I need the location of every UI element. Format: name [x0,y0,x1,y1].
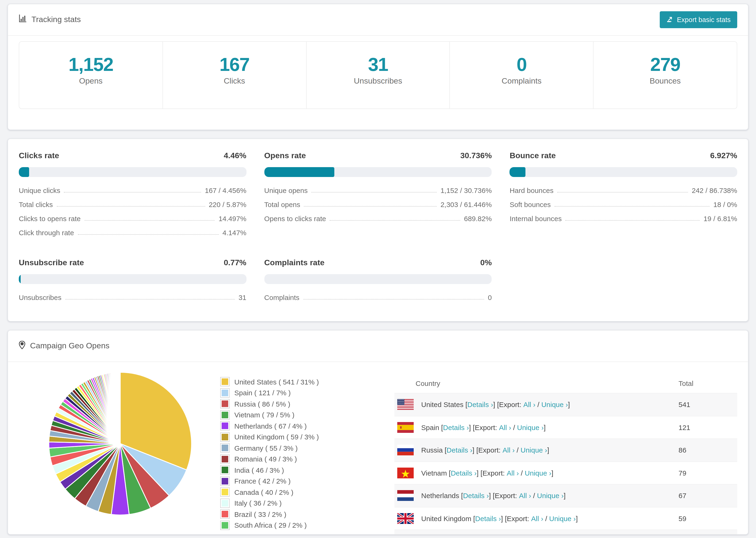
export-all-link[interactable]: All › [507,469,519,477]
details-link[interactable]: Details › [443,423,469,431]
legend-item-south-africa[interactable]: South Africa ( 29 / 2% ) [221,521,383,529]
details-link[interactable]: Details › [467,401,493,409]
details-link[interactable]: Details › [475,514,501,522]
geo-legend: United States ( 541 / 31% ) Spain ( 121 … [221,377,383,535]
legend-swatch [221,444,229,452]
country-name: United Kingdom [421,514,471,522]
legend-label: United Kingdom ( 59 / 3% ) [234,433,319,441]
country-total: 79 [678,469,737,477]
rate-detail-row: Complaints 0 [264,294,492,301]
tracking-stats-header: Tracking stats Export basic stats [8,4,748,36]
dotted-leader [311,192,437,192]
stat-value: 279 [594,54,737,75]
stat-value: 0 [450,54,593,75]
country-name: Russia [421,446,443,454]
export-all-link[interactable]: All › [523,401,536,409]
pie-slice[interactable] [120,372,120,444]
legend-item-united-kingdom[interactable]: United Kingdom ( 59 / 3% ) [221,433,383,441]
country-total: 67 [678,492,737,500]
export-icon [666,16,673,24]
rate-detail-value: 2,303 / 61.446% [441,200,492,208]
rate-progress-track [264,274,492,284]
stat-value: 167 [163,54,306,75]
tracking-stats-title-wrap: Tracking stats [19,15,81,25]
stat-value: 31 [306,54,450,75]
tracking-stats-card: Tracking stats Export basic stats 1,152 … [8,4,748,130]
geo-opens-header: Campaign Geo Opens [8,331,748,362]
export-unique-link[interactable]: Unique › [525,469,551,477]
geo-table-row-germany: Germany [ Details › ] [Export: All › / U… [395,529,737,535]
legend-label: Vietnam ( 79 / 5% ) [234,411,295,419]
rate-detail-label: Unique opens [264,187,307,194]
export-all-link[interactable]: All › [531,514,543,522]
legend-label: Netherlands ( 67 / 4% ) [234,422,307,430]
country-flag-icon [397,467,414,478]
bar-chart-icon [19,15,27,25]
rate-detail-label: Clicks to opens rate [19,215,81,223]
legend-item-united-states[interactable]: United States ( 541 / 31% ) [221,377,383,386]
details-link[interactable]: Details › [447,446,472,454]
export-unique-link[interactable]: Unique › [517,423,544,431]
legend-item-brazil[interactable]: Brazil ( 33 / 2% ) [221,510,383,518]
rate-title: Clicks rate [19,151,59,161]
rate-block-unsubscribe-rate: Unsubscribe rate 0.77% Unsubscribes 31 [19,258,246,301]
legend-swatch [221,488,229,496]
rate-detail-value: 242 / 86.738% [692,187,737,194]
country-flag-icon [397,445,414,456]
legend-label: Brazil ( 33 / 2% ) [234,510,287,518]
rate-detail-label: Complaints [264,294,299,301]
rate-detail-label: Hard bounces [510,187,554,194]
geo-table-header-total: Total [678,379,737,387]
legend-item-canada[interactable]: Canada ( 40 / 2% ) [221,488,383,496]
legend-item-france[interactable]: France ( 42 / 2% ) [221,477,383,485]
export-basic-stats-button[interactable]: Export basic stats [660,11,737,28]
export-unique-link[interactable]: Unique › [541,401,568,409]
rate-detail-row: Internal bounces 19 / 6.81% [510,215,737,223]
rate-detail-value: 0 [488,294,492,301]
rate-block-bounce-rate: Bounce rate 6.927% Hard bounces 242 / 86… [510,151,737,237]
country-total: 86 [678,446,737,454]
legend-swatch [221,422,229,430]
export-unique-link[interactable]: Unique › [549,514,576,522]
dotted-leader [78,234,219,235]
legend-label: United States ( 541 / 31% ) [234,378,319,386]
rate-detail-row: Unsubscribes 31 [19,294,246,301]
dotted-leader [330,220,460,221]
legend-item-russia[interactable]: Russia ( 86 / 5% ) [221,400,383,408]
legend-item-spain[interactable]: Spain ( 121 / 7% ) [221,389,383,397]
export-unique-link[interactable]: Unique › [520,446,547,454]
country-flag-icon [397,399,414,410]
legend-item-vietnam[interactable]: Vietnam ( 79 / 5% ) [221,410,383,419]
country-total: 59 [678,514,737,522]
geo-table-row-netherlands: Netherlands [ Details › ] [Export: All ›… [395,484,737,507]
legend-swatch [221,410,229,419]
rate-detail-value: 167 / 4.456% [205,187,246,194]
pie-svg [47,370,193,517]
export-button-label: Export basic stats [677,16,730,24]
export-all-link[interactable]: All › [503,446,515,454]
legend-label: South Africa ( 29 / 2% ) [234,521,307,529]
details-link[interactable]: Details › [451,469,477,477]
map-pin-icon [19,341,26,351]
rate-detail-label: Total clicks [19,200,53,208]
legend-item-netherlands[interactable]: Netherlands ( 67 / 4% ) [221,422,383,430]
stat-label: Opens [19,77,162,86]
export-all-link[interactable]: All › [519,492,531,500]
legend-item-germany[interactable]: Germany ( 55 / 3% ) [221,444,383,452]
legend-swatch [221,510,229,518]
rate-title: Bounce rate [510,151,556,161]
rate-progress-track [19,274,246,284]
rate-value: 6.927% [710,151,737,161]
rate-detail-row: Opens to clicks rate 689.82% [264,215,492,223]
legend-item-romania[interactable]: Romania ( 49 / 3% ) [221,455,383,463]
export-unique-link[interactable]: Unique › [537,492,564,500]
rate-progress-track [510,167,737,177]
dotted-leader [557,192,688,192]
details-link[interactable]: Details › [463,492,489,500]
geo-table-header-country: Country [395,379,678,387]
export-all-link[interactable]: All › [499,423,512,431]
rates-grid: Clicks rate 4.46% Unique clicks 167 / 4.… [19,151,737,301]
legend-item-india[interactable]: India ( 46 / 3% ) [221,466,383,474]
legend-item-italy[interactable]: Italy ( 36 / 2% ) [221,499,383,507]
rate-detail-value: 1,152 / 30.736% [441,187,492,194]
